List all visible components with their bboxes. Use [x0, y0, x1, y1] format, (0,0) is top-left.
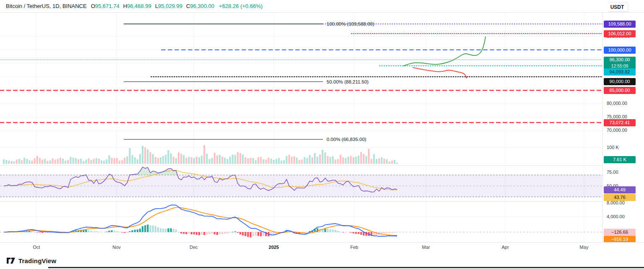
time-axis-label: May [580, 245, 589, 250]
price-badge: −916.19 [604, 236, 636, 243]
tradingview-logo-text: TradingView [18, 257, 56, 264]
chart-header: Bitcoin / TetherUS, 1D, BINANCE O95,671.… [0, 0, 608, 12]
ohlc-readout: O95,671.74H96,468.99L95,029.99C96,300.00 [91, 3, 218, 9]
pane-separator-macd[interactable] [0, 201, 602, 202]
macd-pane [0, 205, 602, 237]
ohlc-o: O95,671.74 [91, 3, 119, 9]
price-badge: 109,588.00 [604, 21, 636, 28]
header-divider [0, 12, 644, 13]
bottom-divider [48, 267, 644, 268]
volume-bars [3, 145, 398, 164]
time-axis-label: 2025 [269, 245, 279, 250]
price-badge: 90,000.00 [604, 78, 636, 85]
price-badge: 106,012.00 [604, 30, 636, 37]
pane-separator-rsi[interactable] [0, 165, 602, 166]
price-badge: 43.76 [604, 194, 636, 201]
time-axis-label: Nov [112, 245, 121, 250]
ohlc-h: H96,468.99 [123, 3, 151, 9]
price-levels[interactable] [0, 24, 602, 123]
price-badge: 94,093.82 [604, 68, 636, 76]
rsi-pane [0, 167, 602, 197]
price-badge: 96,300.0012:55:09 [604, 57, 636, 69]
chart-canvas[interactable]: 100.00% (109,588.00)50.00% (88,211.50)0.… [0, 0, 644, 269]
axis-label: 100 K [607, 144, 619, 150]
price-badge: 85,000.00 [604, 87, 636, 94]
bullish-projection[interactable] [404, 37, 486, 66]
price-badge: 73,072.41 [604, 119, 636, 126]
tradingview-window: 100.00% (109,588.00)50.00% (88,211.50)0.… [0, 0, 644, 269]
ohlc-l: L95,029.99 [155, 3, 182, 9]
price-badge: −126.66 [604, 229, 636, 236]
time-axis-label: Apr [501, 245, 509, 250]
fib-label: 50.00% (88,211.50) [327, 79, 369, 84]
time-axis-label: Mar [422, 245, 430, 250]
tradingview-logo[interactable]: TradingView [7, 257, 56, 264]
axis-label: 75,000.00 [607, 114, 627, 120]
price-badge: 44.49 [604, 186, 636, 193]
time-axis[interactable]: OctNovDec2025FebMarAprMay [0, 242, 644, 253]
currency-button[interactable]: USDT [606, 2, 628, 12]
time-axis-label: Dec [190, 245, 198, 250]
symbol-title[interactable]: Bitcoin / TetherUS, 1D, BINANCE [6, 3, 87, 9]
axis-label: 4,000.00 [607, 214, 625, 219]
time-axis-label: Oct [33, 245, 40, 250]
price-change: +628.26 (+0.66%) [219, 3, 262, 9]
fib-label: 0.00% (66,835.00) [327, 137, 366, 142]
price-badge: 100,000.00 [604, 47, 636, 54]
fib-retracement[interactable]: 100.00% (109,588.00)50.00% (88,211.50)0.… [124, 21, 374, 142]
time-axis-label: Feb [351, 245, 358, 250]
price-badge: 7.61 K [604, 156, 636, 163]
axis-label: 70,000.00 [607, 127, 627, 133]
ohlc-c: C96,300.00 [186, 3, 214, 9]
price-axis[interactable]: USDT 105,000.0080,000.0075,000.0070,000.… [602, 0, 644, 252]
axis-label: 75.00 [607, 169, 618, 175]
axis-label: 80,000.00 [607, 100, 627, 106]
tradingview-logo-icon [7, 258, 16, 264]
